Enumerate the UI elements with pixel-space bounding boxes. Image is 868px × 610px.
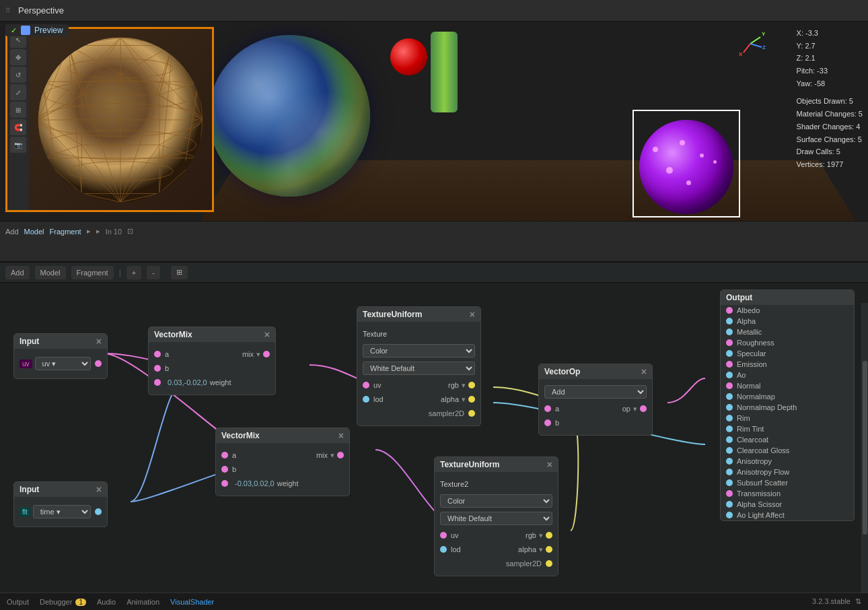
- toolbar-btn1[interactable]: ▸: [87, 227, 91, 236]
- preview-button[interactable]: Preview: [34, 26, 63, 35]
- tex1-sampler-row: sampler2D: [363, 407, 475, 419]
- input-node-2-body: flt time ▾: [14, 497, 107, 527]
- status-output[interactable]: Output: [7, 598, 29, 606]
- toolbar-fragment[interactable]: Fragment: [50, 228, 81, 236]
- preview-inset: ↖ ✥ ↺ ⤢ ⊞ 🧲 📷: [5, 27, 214, 212]
- tex2-rgb-toggle: ▾: [539, 531, 543, 540]
- tool-snap[interactable]: 🧲: [10, 119, 26, 135]
- toolbar-btn3[interactable]: ⊡: [127, 227, 133, 236]
- node-canvas: Input × uv uv ▾ Input × fl: [0, 283, 868, 592]
- toolbar-btn2[interactable]: ▸: [96, 227, 100, 236]
- add-node-button[interactable]: Add: [5, 266, 30, 279]
- input1-type-badge: uv: [20, 360, 32, 368]
- stat-materials: Material Changes: 5: [797, 108, 863, 121]
- vm2-port-mix: [337, 452, 344, 459]
- tex2-port-uv: [440, 532, 447, 539]
- tex2-type-row: Texture2: [440, 478, 552, 490]
- output-port-anisotropy: [726, 458, 733, 465]
- toolbar-add[interactable]: Add: [5, 228, 19, 236]
- texture-node-2: TextureUniform × Texture2 Color White De…: [434, 456, 558, 576]
- tex2-color-select[interactable]: Color: [440, 494, 552, 508]
- vop-port-a: [544, 405, 551, 412]
- tool-transform[interactable]: ⊞: [10, 102, 26, 118]
- vectormix1-body: a mix ▾ b 0.03,-0.02,0 weight: [149, 342, 275, 395]
- tex2-alpha-toggle: ▾: [539, 545, 543, 554]
- stat-surfaces: Surface Changes: 5: [797, 133, 863, 146]
- tex2-port-alpha: [546, 546, 552, 553]
- vectorop-close[interactable]: ×: [641, 367, 647, 376]
- input-node-2-close[interactable]: ×: [96, 485, 102, 494]
- status-visual-shader[interactable]: VisualShader: [170, 598, 214, 606]
- input-node-1-close[interactable]: ×: [96, 337, 102, 346]
- stats-panel: X: -3.3 Y: 2.7 Z: 2.1 Pitch: -33 Yaw: -5…: [797, 27, 863, 171]
- vectormix2-close[interactable]: ×: [338, 431, 344, 440]
- tool-move[interactable]: ✥: [10, 49, 26, 65]
- right-scrollbar[interactable]: [861, 303, 868, 592]
- status-audio[interactable]: Audio: [97, 598, 116, 606]
- status-debugger[interactable]: Debugger 1: [40, 598, 86, 606]
- drag-handle: ⠿: [5, 7, 10, 14]
- output-anisotropy: Anisotropy: [721, 456, 854, 467]
- model-button[interactable]: Model: [35, 266, 66, 279]
- scene-area: ↖ ✥ ↺ ⤢ ⊞ 🧲 📷: [0, 22, 868, 241]
- vectormix1-close[interactable]: ×: [264, 330, 270, 339]
- output-normal: Normal: [721, 380, 854, 391]
- input-node-1-body: uv uv ▾: [14, 349, 107, 378]
- output-anisotropy-flow: Anisotropy Flow: [721, 467, 854, 477]
- output-port-rim: [726, 415, 733, 421]
- svg-line-62: [750, 37, 760, 44]
- tex2-default-select[interactable]: White Default: [440, 512, 552, 525]
- output-alpha: Alpha: [721, 316, 854, 327]
- vop-port-b: [544, 419, 551, 426]
- vm2-port-a: [221, 452, 228, 459]
- tex1-alpha-toggle: ▾: [462, 395, 466, 404]
- output-port-albedo: [726, 307, 733, 314]
- output-specular: Specular: [721, 348, 854, 359]
- toolbar-model[interactable]: Model: [24, 228, 44, 236]
- input-node-1-title: Input ×: [14, 334, 107, 349]
- texture2-body: Texture2 Color White Default uv rgb ▾: [435, 472, 558, 576]
- tool-rotate[interactable]: ↺: [10, 67, 26, 83]
- zoom-in[interactable]: +: [126, 266, 141, 279]
- output-port-clearcoat: [726, 436, 733, 443]
- texture1-close[interactable]: ×: [470, 310, 475, 319]
- texture2-close[interactable]: ×: [547, 460, 552, 469]
- expand-icon[interactable]: ⇅: [855, 597, 861, 605]
- stat-vertices: Vertices: 1977: [797, 158, 863, 171]
- red-sphere: [390, 38, 427, 75]
- tool-scale[interactable]: ⤢: [10, 84, 26, 100]
- vop-op-toggle: ▾: [633, 405, 637, 413]
- zoom-out[interactable]: -: [147, 266, 160, 279]
- fragment-button[interactable]: Fragment: [71, 266, 114, 279]
- scrollbar-thumb[interactable]: [863, 361, 867, 535]
- input1-type-select[interactable]: uv ▾: [35, 357, 91, 370]
- layout-button[interactable]: ⊞: [171, 266, 188, 279]
- status-animation[interactable]: Animation: [126, 598, 159, 606]
- tool-camera[interactable]: 📷: [10, 137, 26, 153]
- vectormix-node-1: VectorMix × a mix ▾ b 0.03,-: [148, 327, 276, 395]
- svg-line-66: [744, 44, 750, 53]
- toolbar-input[interactable]: In 10: [106, 228, 122, 236]
- output-normalmap: Normalmap: [721, 391, 854, 402]
- vm1-mix-toggle: ▾: [256, 350, 260, 359]
- vm2-row-a: a mix ▾: [221, 449, 344, 461]
- input2-type-select[interactable]: time ▾: [33, 505, 91, 518]
- vop-row-a: a op ▾: [544, 403, 647, 415]
- vectorop-op-select[interactable]: Add: [544, 385, 647, 399]
- tex2-uv-rgb-row: uv rgb ▾: [440, 529, 552, 541]
- status-bar: Output Debugger 1 Audio Animation Visual…: [0, 592, 868, 610]
- tex1-port-rgb: [468, 382, 475, 388]
- tex1-color-select[interactable]: Color: [363, 344, 475, 358]
- tex1-default-select[interactable]: White Default: [363, 362, 475, 375]
- output-ao-light: Ao Light Affect: [721, 510, 854, 520]
- vectormix2-body: a mix ▾ b -0.03,0.02,0 weight: [216, 443, 349, 496]
- green-cylinder: [431, 32, 458, 112]
- tex2-port-rgb: [546, 532, 552, 539]
- output-port-normalmap: [726, 393, 733, 400]
- vectorop-body: Add a op ▾ b: [539, 379, 652, 435]
- vm2-mix-toggle: ▾: [330, 451, 334, 460]
- node-editor-toolbar: Add Model Fragment | + - ⊞: [0, 263, 868, 283]
- stat-yaw: Yaw: -58: [797, 77, 863, 90]
- vm1-row-b: b: [154, 362, 270, 374]
- stat-x: X: -3.3: [797, 27, 863, 40]
